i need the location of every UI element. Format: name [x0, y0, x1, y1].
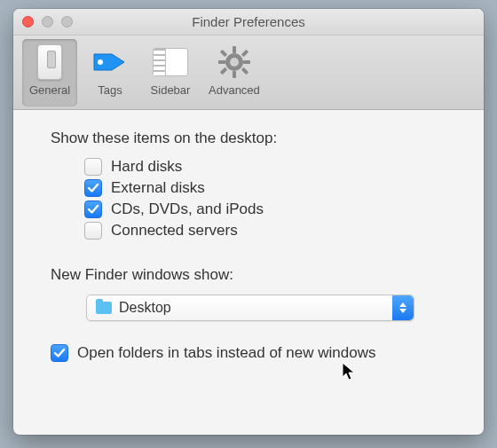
- checkbox-label: External disks: [111, 179, 205, 197]
- desktop-item-hard-disks: Hard disks: [84, 158, 457, 176]
- tab-label: General: [29, 83, 70, 97]
- desktop-item-cds-dvds-ipods: CDs, DVDs, and iPods: [84, 200, 457, 218]
- svg-rect-5: [243, 60, 250, 64]
- svg-rect-9: [220, 67, 227, 75]
- open-in-tabs-row: Open folders in tabs instead of new wind…: [51, 344, 457, 362]
- checkbox[interactable]: [84, 200, 102, 218]
- tab-label: Sidebar: [151, 83, 191, 97]
- svg-rect-4: [218, 60, 225, 64]
- new-windows-value: Desktop: [119, 300, 171, 316]
- svg-rect-7: [241, 67, 248, 75]
- titlebar[interactable]: Finder Preferences: [13, 9, 484, 35]
- chevron-updown-icon: [392, 295, 414, 320]
- tab-label: Advanced: [209, 83, 260, 97]
- svg-rect-2: [233, 46, 236, 53]
- close-button[interactable]: [22, 16, 34, 28]
- tab-sidebar[interactable]: Sidebar: [143, 39, 198, 106]
- general-pane: Show these items on the desktop: Hard di…: [13, 110, 484, 371]
- gear-icon: [215, 43, 254, 82]
- window-controls: [22, 16, 73, 28]
- checkbox-label: Hard disks: [111, 158, 182, 176]
- checkbox-label: Connected servers: [111, 222, 238, 240]
- general-icon: [30, 43, 69, 82]
- desktop-items-heading: Show these items on the desktop:: [51, 130, 457, 147]
- tab-general[interactable]: General: [22, 39, 77, 106]
- desktop-item-connected-servers: Connected servers: [84, 222, 457, 240]
- zoom-button[interactable]: [61, 16, 73, 28]
- sidebar-icon: [151, 43, 190, 82]
- checkbox-label: Open folders in tabs instead of new wind…: [77, 344, 375, 362]
- tab-tags[interactable]: Tags: [83, 39, 138, 106]
- svg-rect-3: [233, 71, 236, 78]
- new-windows-heading: New Finder windows show:: [51, 266, 457, 284]
- checkbox[interactable]: [84, 179, 102, 197]
- checkbox[interactable]: [51, 344, 68, 362]
- finder-preferences-window: Finder Preferences General Tags Sidebar: [13, 9, 484, 435]
- checkbox[interactable]: [84, 158, 102, 176]
- svg-point-10: [230, 58, 239, 67]
- new-windows-select[interactable]: Desktop: [86, 295, 414, 321]
- minimize-button[interactable]: [42, 16, 53, 28]
- desktop-item-external-disks: External disks: [84, 179, 457, 197]
- svg-rect-6: [220, 50, 227, 57]
- window-title: Finder Preferences: [192, 14, 305, 29]
- checkbox[interactable]: [84, 222, 102, 240]
- tags-icon: [91, 43, 130, 82]
- tab-advanced[interactable]: Advanced: [203, 39, 265, 106]
- svg-rect-8: [241, 50, 248, 57]
- folder-icon: [96, 302, 112, 314]
- tab-label: Tags: [98, 83, 122, 97]
- preferences-toolbar: General Tags Sidebar: [13, 35, 484, 110]
- checkbox-label: CDs, DVDs, and iPods: [111, 200, 264, 218]
- svg-point-0: [98, 59, 103, 65]
